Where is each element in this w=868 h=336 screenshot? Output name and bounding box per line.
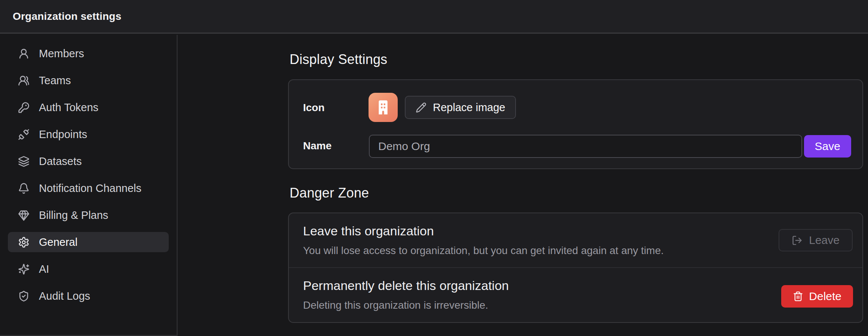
- bell-icon: [18, 183, 30, 194]
- organization-name-input[interactable]: [369, 135, 802, 158]
- sidebar-item-auth-tokens[interactable]: Auth Tokens: [8, 97, 169, 117]
- sidebar-item-label: General: [39, 236, 77, 248]
- main-content: Display Settings Icon Replace image Name…: [179, 35, 868, 336]
- organization-avatar: [369, 93, 398, 122]
- sidebar-item-label: Auth Tokens: [39, 101, 98, 114]
- sidebar-item-label: Members: [39, 48, 84, 60]
- sidebar-item-members[interactable]: Members: [8, 43, 169, 64]
- sidebar-item-audit-logs[interactable]: Audit Logs: [8, 286, 169, 306]
- settings-sidebar: Members Teams Auth Tokens Endpoints Data…: [0, 35, 178, 336]
- key-icon: [18, 102, 30, 113]
- danger-zone-card: Leave this organization You will lose ac…: [288, 213, 863, 323]
- leave-organization-description: You will lose access to organization, bu…: [303, 245, 664, 257]
- log-out-icon: [792, 235, 803, 246]
- unplug-icon: [18, 129, 30, 140]
- leave-organization-row: Leave this organization You will lose ac…: [289, 213, 862, 267]
- sidebar-item-label: Audit Logs: [39, 290, 90, 302]
- gear-icon: [18, 236, 30, 248]
- delete-organization-description: Deleting this organization is irreversib…: [303, 299, 488, 311]
- leave-button-label: Leave: [809, 234, 840, 247]
- sidebar-item-label: Notification Channels: [39, 182, 141, 195]
- pencil-icon: [416, 102, 427, 113]
- sidebar-item-general[interactable]: General: [8, 232, 169, 252]
- sidebar-item-label: Datasets: [39, 155, 82, 168]
- sidebar-item-endpoints[interactable]: Endpoints: [8, 124, 169, 144]
- sidebar-item-label: AI: [39, 263, 49, 275]
- app-header: Organization settings: [0, 0, 868, 34]
- user-icon: [18, 48, 30, 59]
- replace-image-button[interactable]: Replace image: [405, 96, 516, 119]
- sparkles-icon: [18, 263, 30, 275]
- delete-organization-title: Permanently delete this organization: [303, 278, 509, 293]
- leave-organization-title: Leave this organization: [303, 224, 434, 238]
- delete-button-label: Delete: [809, 290, 841, 303]
- page-title: Organization settings: [13, 10, 121, 22]
- replace-image-label: Replace image: [433, 101, 505, 114]
- trash-icon: [793, 291, 803, 302]
- layers-icon: [18, 156, 30, 167]
- leave-button[interactable]: Leave: [779, 229, 853, 251]
- save-button[interactable]: Save: [804, 135, 851, 158]
- sidebar-item-notification-channels[interactable]: Notification Channels: [8, 178, 169, 198]
- delete-button[interactable]: Delete: [781, 285, 853, 308]
- gem-icon: [18, 210, 30, 221]
- sidebar-item-label: Billing & Plans: [39, 209, 108, 222]
- display-settings-heading: Display Settings: [290, 52, 387, 67]
- name-field-label: Name: [303, 140, 331, 152]
- building-icon: [373, 97, 394, 118]
- delete-organization-row: Permanently delete this organization Del…: [289, 268, 862, 323]
- danger-zone-heading: Danger Zone: [290, 185, 369, 201]
- sidebar-item-datasets[interactable]: Datasets: [8, 151, 169, 171]
- shield-check-icon: [18, 290, 30, 302]
- sidebar-item-billing-plans[interactable]: Billing & Plans: [8, 205, 169, 225]
- display-settings-card: Icon Replace image Name Save: [288, 79, 863, 169]
- sidebar-item-label: Endpoints: [39, 128, 87, 141]
- users-icon: [18, 75, 30, 86]
- sidebar-item-ai[interactable]: AI: [8, 259, 169, 279]
- sidebar-item-teams[interactable]: Teams: [8, 70, 169, 91]
- icon-field-label: Icon: [303, 102, 325, 114]
- sidebar-item-label: Teams: [39, 74, 71, 87]
